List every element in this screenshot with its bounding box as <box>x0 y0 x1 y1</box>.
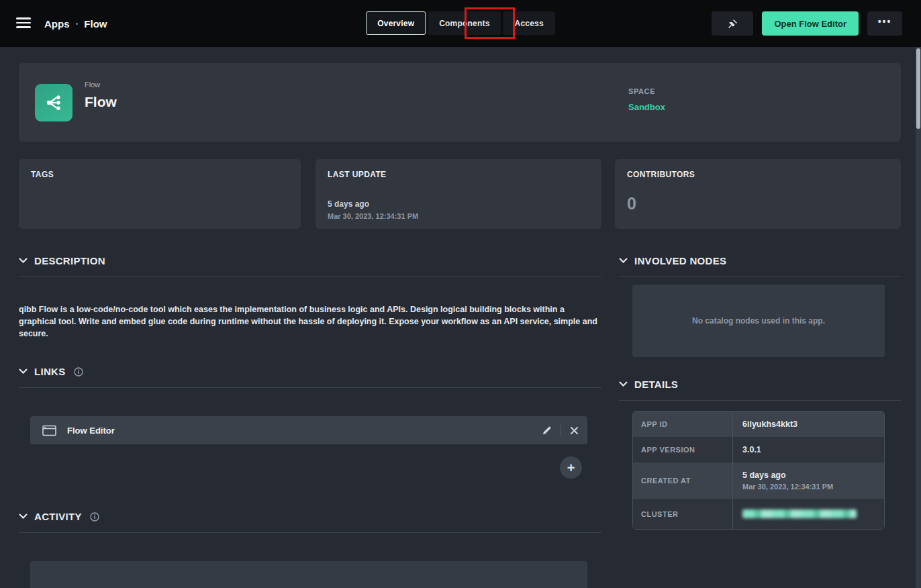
open-flow-editor-button[interactable]: Open Flow Editor <box>762 11 859 36</box>
breadcrumb: Apps • Flow <box>44 0 107 47</box>
breadcrumb-separator: • <box>76 19 79 28</box>
chevron-down-icon[interactable] <box>619 381 628 387</box>
tags-card: TAGS <box>19 159 301 229</box>
page-title: Flow <box>85 94 117 110</box>
contributors-label: CONTRIBUTORS <box>627 170 889 179</box>
details-section-header: DETAILS <box>619 379 901 401</box>
description-text: qibb Flow is a low-code/no-code tool whi… <box>19 303 601 340</box>
activity-section-header: ACTIVITY <box>19 511 601 533</box>
browser-window-icon <box>42 425 56 436</box>
links-section-header: LINKS <box>19 366 601 388</box>
breadcrumb-apps[interactable]: Apps <box>44 18 70 30</box>
scrollbar[interactable] <box>916 47 921 588</box>
table-row: APP ID 6ilyukhs4kkt3 <box>633 411 884 437</box>
app-overview-page: Apps • Flow Overview Components Access O… <box>0 0 921 588</box>
involved-nodes-section-header: INVOLVED NODES <box>619 255 901 277</box>
description-title: DESCRIPTION <box>34 255 105 266</box>
detail-key-app-version: APP VERSION <box>633 437 732 462</box>
link-label: Flow Editor <box>67 426 115 436</box>
contributors-card: CONTRIBUTORS 0 <box>615 159 901 229</box>
info-icon <box>74 367 83 377</box>
contributors-count: 0 <box>627 194 889 213</box>
cluster-redacted-value <box>742 509 857 518</box>
breadcrumb-current: Flow <box>84 18 107 30</box>
detail-key-cluster: CLUSTER <box>633 499 732 529</box>
links-title: LINKS <box>34 366 66 377</box>
detail-value-app-id: 6ilyukhs4kkt3 <box>742 420 884 429</box>
pin-button[interactable] <box>712 11 753 36</box>
space-block: SPACE Sandbox <box>628 87 665 112</box>
table-row: APP VERSION 3.0.1 <box>633 437 884 462</box>
app-header-card: Flow Flow SPACE Sandbox <box>19 63 901 142</box>
app-type-label: Flow <box>85 81 117 89</box>
chevron-down-icon[interactable] <box>19 513 28 520</box>
more-options-button[interactable]: ••• <box>867 11 902 36</box>
activity-title: ACTIVITY <box>34 511 82 522</box>
tab-components[interactable]: Components <box>428 11 501 35</box>
tab-overview[interactable]: Overview <box>366 11 426 35</box>
edit-link-button[interactable] <box>533 416 560 444</box>
scrollbar-thumb[interactable] <box>916 48 920 129</box>
last-update-relative: 5 days ago <box>328 199 589 209</box>
detail-key-created-at: CREATED AT <box>633 462 732 499</box>
chevron-down-icon[interactable] <box>19 369 28 375</box>
details-title: DETAILS <box>634 379 678 390</box>
description-section-header: DESCRIPTION <box>19 255 601 277</box>
add-link-button[interactable]: + <box>560 456 582 479</box>
involved-nodes-empty-card: No catalog nodes used in this app. <box>632 285 885 357</box>
tab-bar: Overview Components Access <box>366 11 555 35</box>
tags-label: TAGS <box>31 170 289 179</box>
tab-access[interactable]: Access <box>503 11 555 35</box>
hamburger-menu-icon[interactable] <box>16 17 31 28</box>
last-update-card: LAST UPDATE 5 days ago Mar 30, 2023, 12:… <box>316 159 601 229</box>
flow-app-icon <box>35 84 72 121</box>
chevron-down-icon[interactable] <box>19 258 28 264</box>
involved-nodes-title: INVOLVED NODES <box>634 255 726 266</box>
detail-value-created-absolute: Mar 30, 2023, 12:34:31 PM <box>742 483 884 491</box>
pin-icon <box>728 19 738 29</box>
detail-key-app-id: APP ID <box>633 411 732 437</box>
activity-card-partial <box>30 561 587 588</box>
details-table: APP ID 6ilyukhs4kkt3 APP VERSION 3.0.1 C… <box>632 411 885 530</box>
detail-value-created-relative: 5 days ago <box>742 471 884 480</box>
detail-value-app-version: 3.0.1 <box>742 445 884 454</box>
space-value-link[interactable]: Sandbox <box>628 102 665 112</box>
involved-nodes-empty-text: No catalog nodes used in this app. <box>692 316 825 326</box>
topbar-actions: Open Flow Editor ••• <box>712 11 902 36</box>
remove-link-button[interactable] <box>561 416 587 444</box>
info-icon <box>90 512 99 522</box>
last-update-label: LAST UPDATE <box>328 170 589 179</box>
link-actions <box>533 416 587 444</box>
topbar: Apps • Flow Overview Components Access O… <box>0 0 921 47</box>
last-update-absolute: Mar 30, 2023, 12:34:31 PM <box>328 212 589 220</box>
app-titles: Flow Flow <box>85 81 117 110</box>
table-row: CREATED AT 5 days ago Mar 30, 2023, 12:3… <box>633 462 884 499</box>
space-label: SPACE <box>628 87 665 95</box>
table-row: CLUSTER <box>633 499 884 529</box>
link-item-flow-editor[interactable]: Flow Editor <box>30 416 587 444</box>
chevron-down-icon[interactable] <box>619 258 628 264</box>
